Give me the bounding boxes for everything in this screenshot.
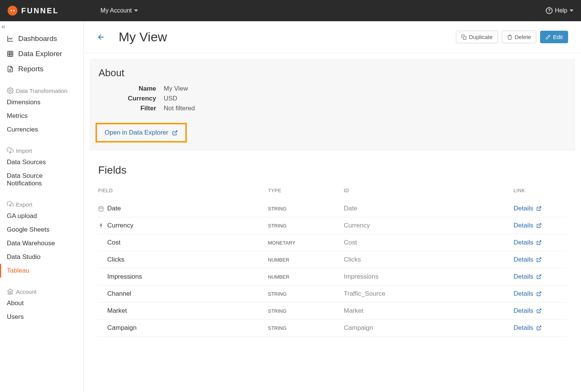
- sidebar-item-google-sheets[interactable]: Google Sheets: [0, 223, 83, 237]
- about-panel: About NameMy ViewCurrencyUSDFilterNot fi…: [90, 59, 575, 151]
- svg-rect-0: [8, 51, 13, 56]
- sidebar-item-label: Data Explorer: [18, 50, 62, 58]
- field-type: NUMBER: [268, 257, 344, 263]
- cloud-download-icon: [7, 147, 14, 154]
- details-link[interactable]: Details: [514, 256, 567, 263]
- sidebar-item-data-warehouse[interactable]: Data Warehouse: [0, 237, 83, 250]
- details-link[interactable]: Details: [514, 205, 567, 212]
- table-row: MarketSTRINGMarketDetails: [98, 303, 567, 320]
- sidebar-item-currencies[interactable]: Currencies: [0, 123, 83, 136]
- main-content: My View Duplicate Delete Edit About Name…: [84, 21, 581, 392]
- sidebar-section-title: Account: [16, 289, 36, 295]
- calendar-icon: [98, 206, 104, 212]
- field-id: Date: [344, 205, 514, 212]
- sidebar-item-reports[interactable]: Reports: [0, 61, 83, 77]
- chart-line-icon: [7, 35, 14, 42]
- sidebar-item-data-sources[interactable]: Data Sources: [0, 155, 83, 169]
- external-link-icon: [172, 130, 178, 136]
- table-row: ClicksNUMBERClicksDetails: [98, 251, 567, 268]
- sidebar-item-ga-upload[interactable]: GA upload: [0, 209, 83, 223]
- sidebar-section-title: Import: [16, 147, 32, 154]
- sidebar-item-metrics[interactable]: Metrics: [0, 109, 83, 123]
- sidebar-section-title: Data Transformation: [16, 88, 67, 94]
- svg-rect-3: [99, 207, 103, 211]
- open-in-data-explorer-link[interactable]: Open in Data Explorer: [105, 129, 168, 136]
- table-row: DateSTRINGDateDetails: [98, 200, 567, 217]
- field-type: STRING: [268, 325, 344, 331]
- sidebar-section-data-transformation: Data Transformation: [0, 83, 83, 96]
- sidebar-item-users[interactable]: Users: [0, 310, 83, 324]
- field-id: Clicks: [344, 256, 514, 263]
- duplicate-button[interactable]: Duplicate: [456, 31, 498, 43]
- details-link[interactable]: Details: [514, 307, 567, 315]
- cloud-upload-icon: [7, 201, 14, 208]
- col-link: LINK: [514, 188, 567, 193]
- account-dropdown[interactable]: My Account: [100, 7, 138, 14]
- brand-text: FUNNEL: [21, 6, 59, 15]
- sidebar-item-data-explorer[interactable]: Data Explorer: [0, 46, 83, 61]
- field-name: Channel: [98, 290, 268, 298]
- field-name: Impressions: [98, 273, 268, 281]
- bank-icon: [7, 288, 14, 295]
- details-link[interactable]: Details: [514, 324, 567, 332]
- col-type: TYPE: [268, 188, 344, 193]
- gear-icon: [7, 87, 14, 94]
- sidebar-section-import: Import: [0, 143, 83, 155]
- page-title: My View: [119, 30, 452, 44]
- sidebar-item-label: Reports: [18, 65, 44, 73]
- copy-icon: [461, 34, 467, 40]
- field-name: Currency: [98, 222, 268, 229]
- sidebar-item-data-source-notifications[interactable]: Data Source Notifications: [0, 169, 83, 190]
- field-id: Cost: [344, 239, 514, 246]
- field-id: Currency: [344, 222, 514, 229]
- sidebar-item-about[interactable]: About: [0, 296, 83, 310]
- brand[interactable]: FUNNEL: [8, 6, 59, 16]
- help-dropdown[interactable]: ? Help: [546, 7, 573, 14]
- sidebar-item-data-studio[interactable]: Data Studio: [0, 250, 83, 264]
- field-id: Traffic_Source: [344, 290, 514, 298]
- details-link[interactable]: Details: [514, 290, 567, 298]
- table-row: CurrencySTRINGCurrencyDetails: [98, 217, 567, 234]
- about-row-name: NameMy View: [99, 85, 566, 93]
- sidebar-item-label: Dashboards: [18, 34, 57, 43]
- field-name: Clicks: [98, 256, 268, 263]
- field-type: NUMBER: [268, 274, 344, 280]
- field-type: STRING: [268, 206, 344, 212]
- question-circle-icon: ?: [546, 7, 553, 14]
- field-name: Date: [98, 205, 268, 212]
- plug-icon: [98, 223, 104, 229]
- details-link[interactable]: Details: [514, 273, 567, 281]
- about-label: Currency: [99, 95, 164, 102]
- field-id: Impressions: [344, 273, 514, 281]
- topnav: FUNNEL My Account ? Help: [0, 0, 581, 21]
- about-value: My View: [164, 85, 188, 93]
- delete-button[interactable]: Delete: [502, 31, 536, 43]
- details-link[interactable]: Details: [514, 222, 567, 229]
- sidebar-item-dimensions[interactable]: Dimensions: [0, 96, 83, 109]
- about-value: Not filtered: [164, 105, 195, 112]
- collapse-sidebar-icon[interactable]: [1, 24, 6, 30]
- back-arrow-icon[interactable]: [97, 33, 105, 41]
- field-type: STRING: [268, 223, 344, 229]
- fields-panel: Fields FIELD TYPE ID LINK DateSTRINGDate…: [90, 157, 575, 344]
- field-name: Cost: [98, 239, 268, 246]
- about-row-currency: CurrencyUSD: [99, 95, 566, 102]
- grid-icon: [7, 50, 14, 57]
- account-label: My Account: [100, 7, 132, 14]
- table-row: CampaignSTRINGCampaignDetails: [98, 320, 567, 337]
- edit-button[interactable]: Edit: [540, 31, 568, 43]
- field-type: STRING: [268, 291, 344, 297]
- about-label: Name: [99, 85, 164, 93]
- sidebar-section-export: Export: [0, 197, 83, 209]
- sidebar-item-dashboards[interactable]: Dashboards: [0, 31, 83, 46]
- details-link[interactable]: Details: [514, 239, 567, 246]
- page-header: My View Duplicate Delete Edit: [84, 21, 581, 53]
- sidebar-item-tableau[interactable]: Tableau: [0, 264, 83, 278]
- about-heading: About: [99, 67, 566, 79]
- fields-table-header: FIELD TYPE ID LINK: [98, 183, 567, 200]
- sidebar: DashboardsData ExplorerReports Data Tran…: [0, 21, 84, 392]
- field-name: Campaign: [98, 324, 268, 332]
- about-row-filter: FilterNot filtered: [99, 105, 566, 112]
- field-name: Market: [98, 307, 268, 315]
- pencil-icon: [545, 34, 551, 40]
